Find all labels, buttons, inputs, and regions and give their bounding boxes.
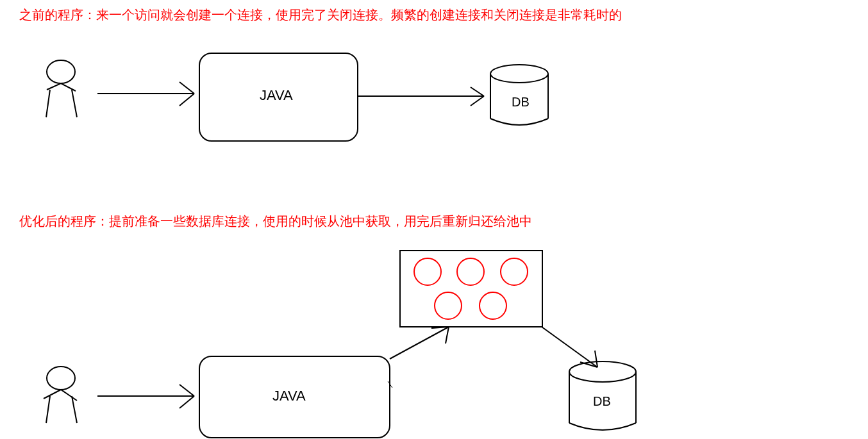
db-cylinder-2-icon [0,0,868,439]
svg-point-25 [569,361,636,382]
db-label-2: DB [593,394,611,409]
